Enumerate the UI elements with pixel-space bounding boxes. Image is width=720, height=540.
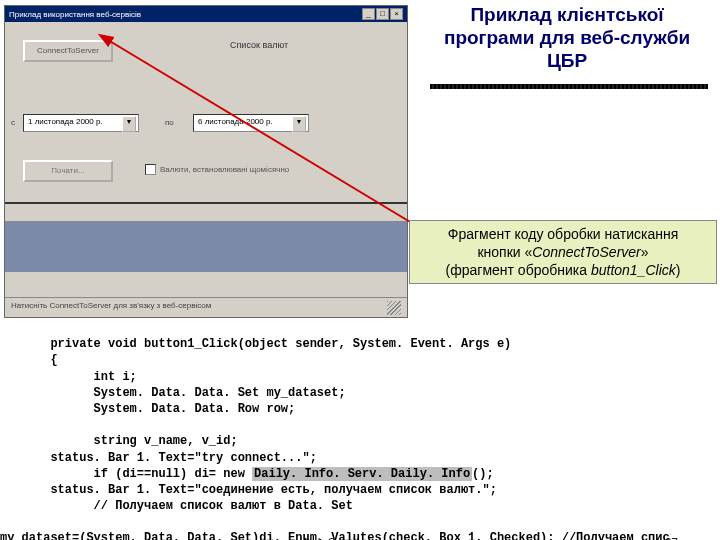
minimize-button[interactable]: _ [362,8,375,20]
code-l11: // Получаем список валют в Data. Set [0,499,353,513]
title-line-2: програми для веб-служби [444,27,690,48]
app-window: Приклад використання веб-сервісів _ □ × … [4,5,408,318]
checkbox-row: Валюти, встановлювані щомісячно [145,164,289,175]
code-l8: status. Bar 1. Text="try connect..."; [0,451,317,465]
resize-grip-icon[interactable] [387,301,401,315]
title-line-3: ЦБР [547,50,587,71]
close-button[interactable]: × [390,8,403,20]
code-l9a: if (di==null) di= new [0,467,252,481]
footer-title: Web Services [300,536,374,540]
caption-line-1: Фрагмент коду обробки натискання [448,226,679,242]
title-line-1: Приклад клієнтської [470,4,663,25]
checkbox-label: Валюти, встановлювані щомісячно [160,165,289,174]
caption-handler-name: button1_Click [591,262,676,278]
code-highlight: Daily. Info. Serv. Daily. Info [252,467,472,481]
page-number: 67 [665,536,678,540]
code-l5: System. Data. Data. Row row; [0,402,295,416]
status-bar: Натисніть ConnectToServer для зв'язку з … [5,297,407,317]
to-label: по [165,118,174,127]
titlebar-controls: _ □ × [362,8,403,20]
list-label: Список валют [230,40,288,50]
grid-header [5,204,407,222]
code-l10: status. Bar 1. Text="соединение есть, по… [0,483,497,497]
code-l9b: (); [472,467,494,481]
code-fragment: private void button1_Click(object sender… [0,320,720,540]
caption-handler-pre: (фрагмент обробника [446,262,591,278]
maximize-button[interactable]: □ [376,8,389,20]
from-label: с [11,118,15,127]
data-grid[interactable] [5,202,407,272]
code-l1: private void button1_Click(object sender… [0,337,511,351]
title-underline [430,84,708,89]
caption-button-name: ConnectToServer [532,244,640,260]
connect-button[interactable]: ConnectToServer [23,40,113,62]
caption-handler-post: ) [676,262,681,278]
slide-title: Приклад клієнтської програми для веб-слу… [420,4,714,72]
window-body: ConnectToServer Список валют с 1 листопа… [5,22,407,317]
caption-btn-post: » [641,244,649,260]
caption-box: Фрагмент коду обробки натискання кнопки … [409,220,717,284]
code-l2: { [0,353,58,367]
status-text: Натисніть ConnectToServer для зв'язку з … [11,301,211,314]
code-l7: string v_name, v_id; [0,434,238,448]
date-from-dropdown[interactable]: 1 листопада 2000 р. [23,114,139,132]
monthly-checkbox[interactable] [145,164,156,175]
titlebar: Приклад використання веб-сервісів _ □ × [5,6,407,22]
start-button[interactable]: Почати... [23,160,113,182]
date-to-dropdown[interactable]: 6 листопада 2000 р. [193,114,309,132]
window-title: Приклад використання веб-сервісів [9,10,141,19]
code-l4: System. Data. Data. Set my_dataset; [0,386,346,400]
code-l3: int i; [0,370,137,384]
caption-btn-pre: кнопки « [477,244,532,260]
